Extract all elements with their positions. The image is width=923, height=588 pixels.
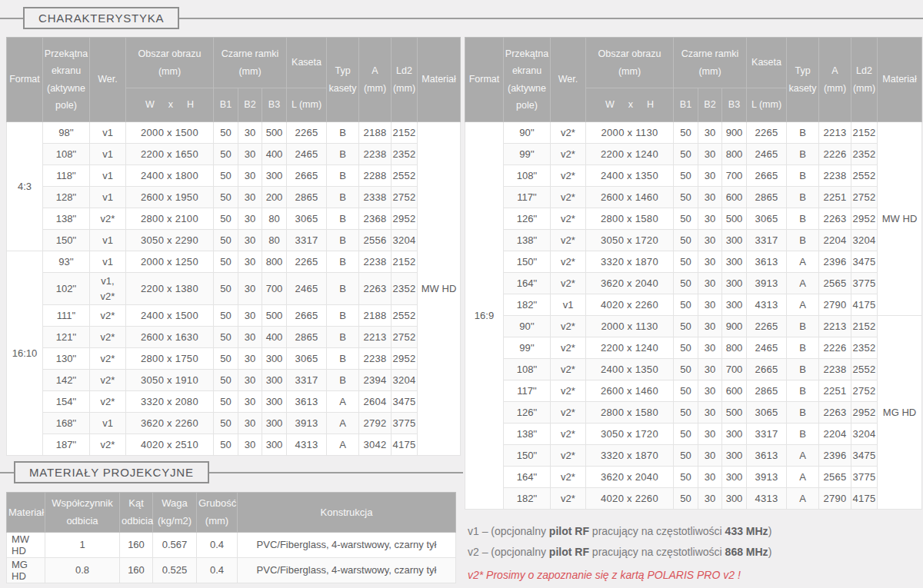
subheader-b3: B3 xyxy=(262,88,287,122)
spec-row: 117''v2*2600 x 146050306002865B22512752 xyxy=(465,380,922,402)
cell-ld2: 2552 xyxy=(851,165,878,187)
material-waga: 0.567 xyxy=(153,532,197,557)
cell-l: 3065 xyxy=(747,208,787,230)
cell-wh: 2200 x 1240 xyxy=(586,337,674,359)
cell-b3: 600 xyxy=(722,187,747,208)
cell-b3: 300 xyxy=(722,445,747,467)
cell-size: 182'' xyxy=(504,488,551,510)
cell-l: 2865 xyxy=(287,327,327,348)
cell-ld2: 2552 xyxy=(392,305,418,327)
cell-wer: v2* xyxy=(90,327,126,348)
subheader-wxh: WxH xyxy=(126,88,214,122)
material-group-cell: MW HD xyxy=(418,122,461,456)
cell-b3: 400 xyxy=(262,144,287,165)
cell-b1: 50 xyxy=(214,144,238,165)
cell-size: 102'' xyxy=(43,273,90,305)
cell-a: 2238 xyxy=(359,348,392,370)
charakterystyka-title: CHARAKTERYSTYKA xyxy=(23,7,179,29)
cell-l: 2665 xyxy=(287,305,327,327)
subheader-wxh: WxH xyxy=(586,88,674,122)
cell-b3: 500 xyxy=(722,402,747,424)
cell-size: 142'' xyxy=(43,370,90,391)
cell-wer: v1 xyxy=(90,122,126,144)
cell-b1: 50 xyxy=(674,294,698,316)
cell-ld2: 4175 xyxy=(851,294,878,316)
cell-size: 108'' xyxy=(43,144,90,165)
cell-l: 2665 xyxy=(287,165,327,187)
cell-typ: B xyxy=(787,165,819,187)
cell-a: 2263 xyxy=(819,402,851,424)
cell-ld2: 2152 xyxy=(851,316,878,337)
cell-typ: B xyxy=(327,273,359,305)
cell-l: 2865 xyxy=(287,187,327,208)
cell-b3: 900 xyxy=(722,316,747,337)
cell-ld2: 2952 xyxy=(851,208,878,230)
cell-wer: v2* xyxy=(90,370,126,391)
cell-wer: v1 xyxy=(90,230,126,251)
mat-col-waga: Waga (kg/m2) xyxy=(153,493,197,533)
spec-row: 108''v12200 x 165050304002465B22382352 xyxy=(7,144,461,165)
cell-a: 2556 xyxy=(359,230,392,251)
cell-l: 2865 xyxy=(747,187,787,208)
spec-row: 118''v12400 x 180050303002665B22882552 xyxy=(7,165,461,187)
cell-wer: v1 xyxy=(90,187,126,208)
cell-l: 4313 xyxy=(287,434,327,456)
col-header-a: A (mm) xyxy=(359,38,392,122)
cell-wh: 2800 x 2100 xyxy=(126,208,214,230)
materialy-title: MATERIAŁY PROJEKCYJNE xyxy=(14,461,209,483)
col-header-ld2: Ld2 (mm) xyxy=(392,38,418,122)
cell-wh: 2200 x 1650 xyxy=(126,144,214,165)
cell-l: 2465 xyxy=(287,273,327,305)
cell-b2: 30 xyxy=(238,305,262,327)
col-header-material: Materiał xyxy=(418,38,461,122)
spec-row: 128''v12600 x 195050302002865B23382752 xyxy=(7,187,461,208)
cell-size: 138'' xyxy=(43,208,90,230)
cell-b2: 30 xyxy=(698,187,722,208)
cell-b3: 300 xyxy=(722,251,747,273)
cell-typ: B xyxy=(327,348,359,370)
col-header-kaseta: Kaseta xyxy=(287,38,327,88)
cell-size: 117'' xyxy=(504,380,551,402)
cell-size: 93'' xyxy=(43,251,90,273)
cell-a: 2251 xyxy=(819,380,851,402)
materials-row: MW HD 1 160 0.567 0.4 PVC/Fiberglass, 4-… xyxy=(7,532,456,557)
cell-ld2: 2152 xyxy=(392,251,418,273)
cell-l: 2665 xyxy=(747,359,787,380)
cell-typ: A xyxy=(787,445,819,467)
col-header-diagonal: Przekątna ekranu (aktywne pole) xyxy=(504,38,551,122)
cell-b1: 50 xyxy=(674,445,698,467)
charakterystyka-section-heading: CHARAKTERYSTYKA xyxy=(0,0,923,37)
cell-b3: 300 xyxy=(262,348,287,370)
col-header-ramki: Czarne ramki (mm) xyxy=(674,38,747,88)
spec-row: 16:1093''v12000 x 125050308002265B223821… xyxy=(7,251,461,273)
cell-b2: 30 xyxy=(238,327,262,348)
cell-wh: 2000 x 1500 xyxy=(126,122,214,144)
cell-b2: 30 xyxy=(698,165,722,187)
cell-wh: 3620 x 2260 xyxy=(126,413,214,434)
cell-size: 99'' xyxy=(504,144,551,165)
cell-typ: B xyxy=(327,305,359,327)
cell-ld2: 3775 xyxy=(851,273,878,294)
cell-typ: B xyxy=(787,359,819,380)
spec-row: 138''v2*3050 x 172050303003317B22043204 xyxy=(465,424,922,445)
cell-b3: 300 xyxy=(262,413,287,434)
cell-a: 2251 xyxy=(819,187,851,208)
cell-b2: 30 xyxy=(698,316,722,337)
cell-size: 90'' xyxy=(504,316,551,337)
cell-a: 2238 xyxy=(359,144,392,165)
cell-wh: 3050 x 1720 xyxy=(586,424,674,445)
cell-b1: 50 xyxy=(214,348,238,370)
cell-a: 2204 xyxy=(819,424,851,445)
cell-a: 2188 xyxy=(359,305,392,327)
cell-b2: 30 xyxy=(698,251,722,273)
cell-a: 2790 xyxy=(819,488,851,510)
cell-size: 182'' xyxy=(504,294,551,316)
cell-wer: v2* xyxy=(90,348,126,370)
cell-size: 130'' xyxy=(43,348,90,370)
cell-wer: v2* xyxy=(551,337,586,359)
cell-b1: 50 xyxy=(214,391,238,413)
cell-wh: 2400 x 1350 xyxy=(586,165,674,187)
materialy-section-heading: MATERIAŁY PROJEKCYJNE xyxy=(6,457,460,490)
cell-a: 2338 xyxy=(359,187,392,208)
spec-row: 121''v2*2600 x 163050304002865B22132752 xyxy=(7,327,461,348)
